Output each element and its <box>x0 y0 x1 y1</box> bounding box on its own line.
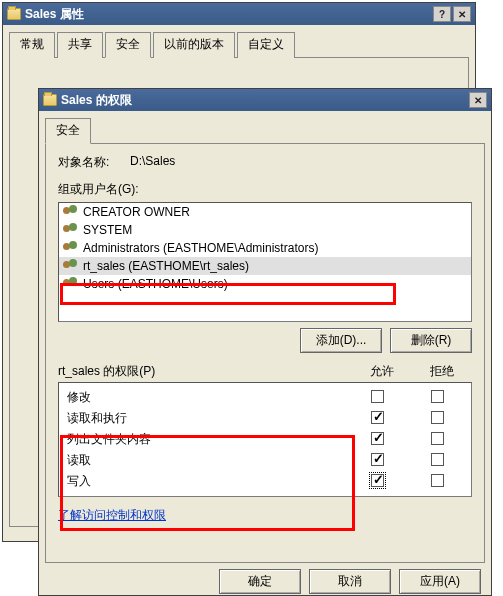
list-item[interactable]: Administrators (EASTHOME\Administrators) <box>59 239 471 257</box>
object-name-value: D:\Sales <box>130 154 175 171</box>
users-icon <box>63 259 79 273</box>
deny-checkbox[interactable] <box>431 411 444 424</box>
deny-checkbox[interactable] <box>431 453 444 466</box>
allow-checkbox[interactable] <box>371 411 384 424</box>
list-item-label: Users (EASTHOME\Users) <box>83 277 228 291</box>
perm-row: 读取 <box>67 450 467 471</box>
object-name-row: 对象名称: D:\Sales <box>58 154 472 171</box>
users-icon <box>63 223 79 237</box>
perm-for-label: rt_sales 的权限(P) <box>58 363 352 380</box>
group-buttons: 添加(D)... 删除(R) <box>58 328 472 353</box>
list-item-label: CREATOR OWNER <box>83 205 190 219</box>
perm-name: 写入 <box>67 473 347 490</box>
deny-checkbox[interactable] <box>431 390 444 403</box>
object-name-label: 对象名称: <box>58 154 130 171</box>
perm-name: 列出文件夹内容 <box>67 431 347 448</box>
perm-row: 修改 <box>67 387 467 408</box>
perm-row: 列出文件夹内容 <box>67 429 467 450</box>
front-tab-panel: 对象名称: D:\Sales 组或用户名(G): CREATOR OWNER S… <box>45 143 485 563</box>
list-item-label: SYSTEM <box>83 223 132 237</box>
users-icon <box>63 277 79 291</box>
back-titlebar: Sales 属性 ? ✕ <box>3 3 475 25</box>
remove-button[interactable]: 删除(R) <box>390 328 472 353</box>
users-icon <box>63 205 79 219</box>
learn-more-link[interactable]: 了解访问控制和权限 <box>58 507 166 524</box>
list-item[interactable]: SYSTEM <box>59 221 471 239</box>
folder-icon <box>7 8 21 20</box>
dialog-buttons: 确定 取消 应用(A) <box>39 563 491 596</box>
perm-name: 读取和执行 <box>67 410 347 427</box>
tab-security[interactable]: 安全 <box>45 118 91 144</box>
close-button[interactable]: ✕ <box>469 92 487 108</box>
back-tabs: 常规 共享 安全 以前的版本 自定义 <box>3 25 475 57</box>
front-tabs: 安全 <box>39 111 491 143</box>
folder-icon <box>43 94 57 106</box>
perm-name: 修改 <box>67 389 347 406</box>
close-button[interactable]: ✕ <box>453 6 471 22</box>
front-title: Sales 的权限 <box>61 92 132 109</box>
tab-security[interactable]: 安全 <box>105 32 151 58</box>
permissions-window: Sales 的权限 ✕ 安全 对象名称: D:\Sales 组或用户名(G): … <box>38 88 492 596</box>
add-button[interactable]: 添加(D)... <box>300 328 382 353</box>
list-item[interactable]: rt_sales (EASTHOME\rt_sales) <box>59 257 471 275</box>
tab-general[interactable]: 常规 <box>9 32 55 58</box>
list-item[interactable]: CREATOR OWNER <box>59 203 471 221</box>
help-button[interactable]: ? <box>433 6 451 22</box>
allow-checkbox[interactable] <box>371 390 384 403</box>
deny-header: 拒绝 <box>412 363 472 380</box>
perm-row: 读取和执行 <box>67 408 467 429</box>
tab-customize[interactable]: 自定义 <box>237 32 295 58</box>
groups-listbox[interactable]: CREATOR OWNER SYSTEM Administrators (EAS… <box>58 202 472 322</box>
allow-checkbox[interactable] <box>371 453 384 466</box>
users-icon <box>63 241 79 255</box>
ok-button[interactable]: 确定 <box>219 569 301 594</box>
allow-checkbox[interactable] <box>371 432 384 445</box>
groups-label: 组或用户名(G): <box>58 181 472 198</box>
list-item-label: rt_sales (EASTHOME\rt_sales) <box>83 259 249 273</box>
allow-checkbox[interactable] <box>371 474 384 487</box>
perm-name: 读取 <box>67 452 347 469</box>
list-item[interactable]: Users (EASTHOME\Users) <box>59 275 471 293</box>
allow-header: 允许 <box>352 363 412 380</box>
apply-button[interactable]: 应用(A) <box>399 569 481 594</box>
deny-checkbox[interactable] <box>431 474 444 487</box>
tab-previous-versions[interactable]: 以前的版本 <box>153 32 235 58</box>
cancel-button[interactable]: 取消 <box>309 569 391 594</box>
permissions-table: 修改 读取和执行 列出文件夹内容 读取 写入 <box>58 382 472 497</box>
list-item-label: Administrators (EASTHOME\Administrators) <box>83 241 318 255</box>
tab-sharing[interactable]: 共享 <box>57 32 103 58</box>
front-titlebar: Sales 的权限 ✕ <box>39 89 491 111</box>
perm-header: rt_sales 的权限(P) 允许 拒绝 <box>58 363 472 380</box>
perm-row: 写入 <box>67 471 467 492</box>
back-title: Sales 属性 <box>25 6 84 23</box>
deny-checkbox[interactable] <box>431 432 444 445</box>
